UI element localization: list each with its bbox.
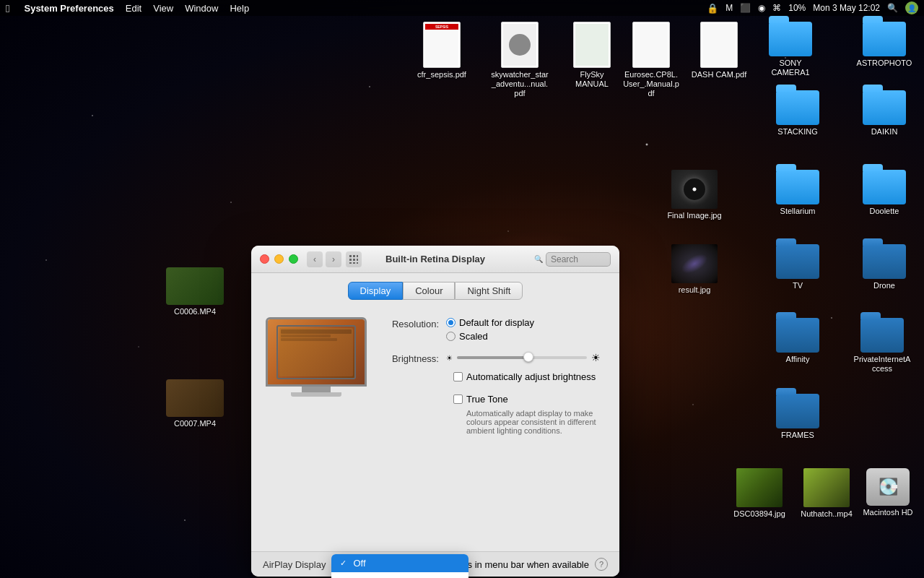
list-item[interactable]: FRAMES — [769, 394, 827, 440]
file-label: Doolette — [870, 207, 899, 216]
menubar-search[interactable]: 🔍 — [887, 3, 898, 13]
menubar-icon-m[interactable]: M — [725, 3, 733, 13]
list-item[interactable]: Nuthatch..mp4 — [798, 468, 855, 519]
list-item[interactable]: SEPSIS cfr_sepsis.pdf — [413, 22, 471, 79]
maximize-button[interactable] — [289, 254, 298, 264]
hard-drive-icon: 💽 — [866, 468, 910, 506]
menu-window[interactable]: Window — [185, 3, 218, 14]
apple-menu[interactable]:  — [6, 2, 9, 14]
search-input[interactable] — [546, 252, 611, 267]
list-item[interactable]: C0007.MP4 — [166, 379, 224, 428]
radio-scaled[interactable] — [446, 332, 456, 341]
file-label: Stellarium — [780, 207, 816, 216]
menu-view[interactable]: View — [153, 3, 173, 14]
traffic-lights — [260, 254, 298, 264]
back-button[interactable]: ‹ — [307, 251, 323, 267]
svg-rect-1 — [353, 255, 355, 257]
help-button[interactable]: ? — [595, 558, 608, 571]
tab-colour[interactable]: Colour — [403, 282, 455, 300]
close-button[interactable] — [260, 254, 269, 264]
menubar-battery: 10% — [788, 3, 806, 13]
image-thumbnail — [671, 170, 718, 209]
resolution-default-option[interactable]: Default for display — [446, 317, 605, 328]
list-item[interactable]: Stellarium — [769, 170, 827, 216]
pdf-thumbnail: SEPSIS — [423, 22, 461, 68]
menubar-icon-airplay[interactable]: ⬛ — [740, 3, 751, 13]
resolution-default-label: Default for display — [459, 317, 534, 328]
check-icon: ✓ — [340, 558, 349, 568]
list-item[interactable]: STACKING — [769, 90, 827, 137]
menubar-icon-bluetooth[interactable]: ⌘ — [772, 3, 781, 13]
image-thumbnail — [803, 468, 850, 507]
brightness-slider-track[interactable] — [457, 356, 587, 359]
list-item[interactable]: SONY CAMERA1 — [762, 22, 819, 77]
file-label: result.jpg — [679, 285, 711, 295]
file-label: FlySky MANUAL — [563, 70, 621, 89]
forward-button[interactable]: › — [326, 251, 341, 267]
list-item[interactable]: Eurosec.CP8L.User_.Manual.pdf — [622, 22, 680, 99]
menu-edit[interactable]: Edit — [126, 3, 141, 14]
file-label: DASH CAM.pdf — [692, 70, 746, 79]
list-item[interactable]: Drone — [855, 244, 913, 290]
file-label: Nuthatch..mp4 — [801, 509, 853, 519]
app-menu-system-preferences[interactable]: System Preferences — [24, 3, 113, 14]
brightness-slider-thumb[interactable] — [523, 352, 533, 362]
list-item[interactable]: ASTROPHOTO — [855, 22, 913, 68]
list-item[interactable]: PrivateInternetAccess — [853, 318, 911, 374]
tab-night-shift[interactable]: Night Shift — [455, 282, 523, 300]
folder-icon — [863, 90, 906, 125]
svg-rect-6 — [349, 262, 352, 264]
list-item[interactable]: 💽 Macintosh HD — [859, 468, 917, 517]
list-item[interactable]: C0006.MP4 — [166, 267, 224, 316]
video-thumbnail — [166, 267, 224, 305]
list-item[interactable]: DASH CAM.pdf — [690, 22, 748, 79]
file-label: DAIKIN — [871, 127, 898, 137]
list-item[interactable]: result.jpg — [666, 244, 723, 295]
true-tone-label: True Tone — [466, 394, 508, 405]
monitor-screen — [268, 319, 365, 384]
airplay-dropdown-menu: ✓ Off Samsung 7 Series — [331, 554, 468, 578]
desktop:  System Preferences Edit View Window He… — [0, 0, 924, 578]
auto-brightness-option[interactable]: Automatically adjust brightness — [453, 371, 596, 382]
svg-rect-7 — [353, 262, 355, 264]
file-label: TV — [793, 281, 803, 290]
auto-brightness-row: Automatically adjust brightness — [453, 371, 605, 387]
folder-icon — [776, 244, 819, 279]
radio-default[interactable] — [446, 318, 456, 327]
list-item[interactable]: Affinity — [769, 318, 827, 364]
true-tone-description: Automatically adapt display to make colo… — [466, 409, 605, 435]
folder-icon — [776, 170, 819, 204]
list-item[interactable]: TV — [769, 244, 827, 290]
list-item[interactable]: skywatcher_star_adventu...nual.pdf — [491, 22, 549, 99]
folder-icon — [863, 244, 906, 279]
svg-rect-4 — [353, 259, 355, 261]
tab-display[interactable]: Display — [348, 282, 404, 300]
list-item[interactable]: Final Image.jpg — [666, 170, 723, 220]
preferences-window: ‹ › Built-in Retina Display 🔍 Display Co… — [251, 246, 619, 577]
true-tone-checkbox[interactable] — [453, 394, 463, 404]
resolution-scaled-option[interactable]: Scaled — [446, 331, 605, 342]
airplay-option-off[interactable]: ✓ Off — [331, 554, 468, 572]
list-item[interactable]: Doolette — [855, 170, 913, 216]
list-item[interactable]: DAIKIN — [855, 90, 913, 137]
file-label: Affinity — [786, 355, 810, 364]
pdf-thumbnail — [700, 22, 738, 68]
airplay-option-samsung[interactable]: Samsung 7 Series — [331, 572, 468, 578]
menubar-user[interactable]: 👤 — [905, 1, 918, 14]
image-thumbnail — [671, 244, 718, 283]
grid-button[interactable] — [346, 251, 362, 267]
auto-brightness-checkbox[interactable] — [453, 372, 463, 381]
menubar-icon-lock[interactable]: 🔒 — [707, 3, 718, 14]
list-item[interactable]: DSC03894.jpg — [731, 468, 788, 519]
window-content: Resolution: Default for display Scaled — [251, 306, 619, 551]
list-item[interactable]: FlySky MANUAL — [563, 22, 621, 89]
brightness-sun-large: ☀ — [591, 352, 601, 363]
folder-icon — [776, 318, 819, 353]
true-tone-option[interactable]: True Tone — [453, 394, 605, 405]
monitor-preview — [266, 317, 367, 442]
menu-help[interactable]: Help — [230, 3, 249, 14]
file-label: skywatcher_star_adventu...nual.pdf — [491, 70, 549, 99]
minimize-button[interactable] — [274, 254, 284, 264]
tab-bar: Display Colour Night Shift — [251, 273, 619, 306]
menubar-icon-siri[interactable]: ◉ — [758, 3, 765, 13]
